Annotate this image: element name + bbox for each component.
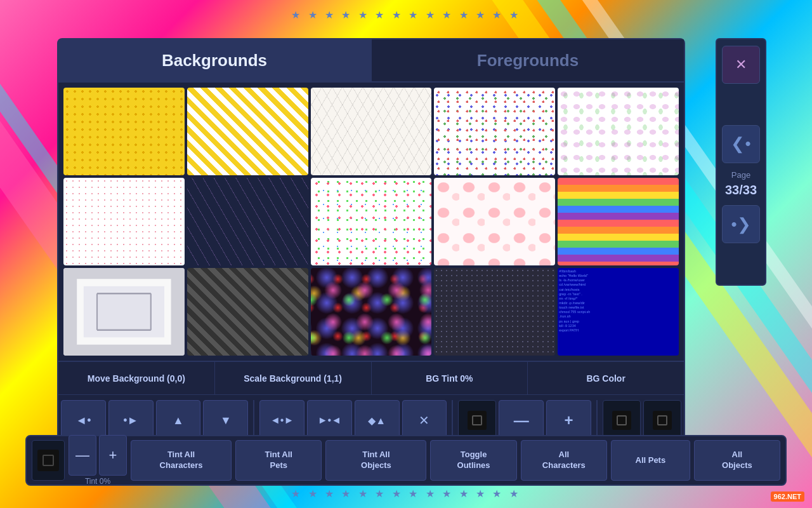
move-bg-label: Move Background (0,0) [58,362,215,394]
tint-all-characters-button[interactable]: Tint All Characters [131,440,232,481]
global-tint-swatch[interactable] [32,440,65,481]
scale-bg-label: Scale Background (1,1) [215,362,372,394]
bg-color-label: BG Color [528,362,684,394]
stars-bottom: ★ ★ ★ ★ ★ ★ ★ ★ ★ ★ ★ ★ ★ ★ [0,484,812,503]
thumbnail-13[interactable] [311,268,432,356]
thumbnail-14[interactable] [434,268,555,356]
thumbnail-8[interactable] [311,178,432,265]
toggle-outlines-button[interactable]: Toggle Outlines [430,440,516,481]
thumbnail-9[interactable] [434,178,555,265]
thumbnail-11[interactable] [63,268,185,356]
tab-backgrounds[interactable]: Backgrounds [58,39,372,81]
stars-top: ★ ★ ★ ★ ★ ★ ★ ★ ★ ★ ★ ★ ★ ★ [0,5,812,24]
page-info: Page 33/33 [725,170,757,199]
thumbnail-6[interactable] [63,178,185,265]
main-panel: Backgrounds Foregrounds [57,38,685,476]
thumbnail-3[interactable] [311,88,432,175]
all-pets-button[interactable]: All Pets [611,440,690,481]
svg-marker-4 [97,293,151,330]
thumbnail-5[interactable] [558,88,679,175]
svg-rect-13 [653,411,672,430]
tint-all-pets-button[interactable]: Tint All Pets [235,440,322,481]
thumbnail-4[interactable] [434,88,555,175]
global-tint-increase[interactable]: + [99,435,127,476]
thumbnail-2[interactable] [187,88,308,175]
thumbnail-10[interactable] [558,178,679,265]
watermark: 962.NET [771,491,804,502]
thumbnail-1[interactable] [63,88,185,175]
all-characters-button[interactable]: All Characters [521,440,607,481]
thumbnail-15[interactable]: #!/bin/bash echo "Hello World" ls -la /h… [558,268,679,356]
close-button[interactable]: ✕ [722,46,760,84]
thumbnail-7[interactable] [187,178,308,265]
svg-rect-15 [37,450,59,471]
bg-tint-label: BG Tint 0% [372,362,528,394]
right-panel: ✕ ❮• Page 33/33 •❯ [716,38,766,286]
thumbnail-grid: #!/bin/bash echo "Hello World" ls -la /h… [58,83,684,361]
global-tint-decrease[interactable]: — [69,435,96,476]
next-page-button[interactable]: •❯ [722,205,760,243]
controls-labels-row: Move Background (0,0) Scale Background (… [58,362,684,395]
global-tint-label: Tint 0% [85,477,110,486]
tint-all-objects-button[interactable]: Tint All Objects [325,440,426,481]
bottom-toolbar: — + Tint 0% Tint All Characters Tint All… [25,435,787,486]
all-objects-button[interactable]: All Objects [694,440,780,481]
thumbnail-12[interactable] [187,268,308,356]
tab-row: Backgrounds Foregrounds [58,39,684,83]
tab-foregrounds[interactable]: Foregrounds [372,39,684,81]
svg-rect-11 [612,411,631,430]
prev-page-button[interactable]: ❮• [722,125,760,163]
svg-rect-9 [468,411,487,430]
